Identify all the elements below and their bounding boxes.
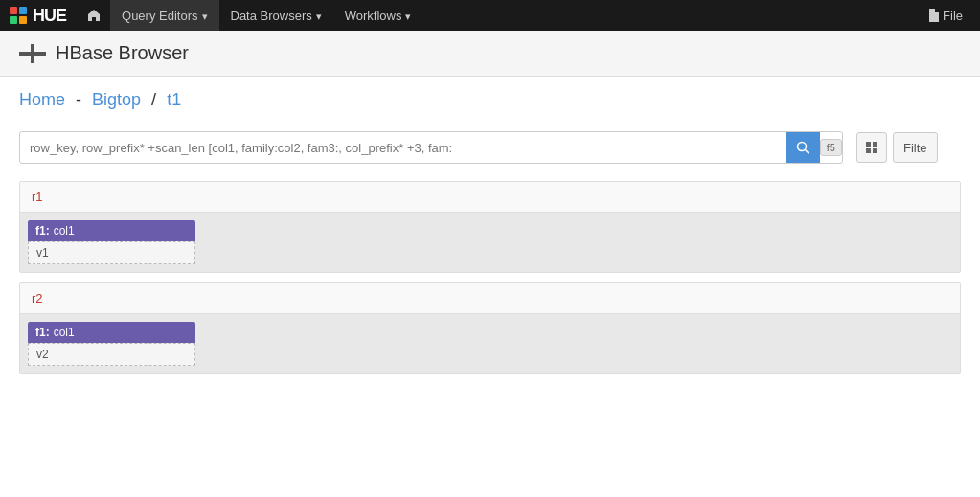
file-icon	[927, 9, 939, 22]
svg-rect-1	[19, 7, 27, 14]
svg-rect-6	[31, 44, 34, 63]
svg-rect-3	[19, 16, 27, 24]
hue-logo[interactable]: HUE	[8, 5, 66, 26]
cell-column: col1	[54, 326, 75, 339]
svg-rect-10	[873, 142, 877, 147]
svg-rect-11	[866, 148, 871, 153]
grid-icon	[865, 141, 878, 154]
result-row-key: r2	[20, 283, 960, 314]
search-icon	[796, 141, 809, 154]
breadcrumb-t1: t1	[167, 90, 181, 109]
nav-data-browsers-label: Data Browsers	[231, 9, 312, 23]
shortcut-badge: f5	[820, 139, 842, 156]
nav-data-browsers[interactable]: Data Browsers	[219, 0, 333, 31]
result-row-body: f1:col1v2	[20, 314, 960, 373]
home-nav-item[interactable]	[78, 0, 110, 31]
svg-rect-12	[873, 148, 877, 153]
cell-header: f1:col1	[28, 322, 195, 343]
filter-label: Filte	[903, 141, 927, 155]
search-bar: f5 Filte	[0, 124, 980, 171]
result-row-group: r2f1:col1v2	[19, 282, 961, 374]
grid-view-button[interactable]	[856, 132, 887, 163]
svg-rect-4	[19, 52, 31, 56]
search-input-wrap: f5	[19, 131, 843, 164]
page-title: HBase Browser	[56, 42, 189, 64]
nav-query-editors[interactable]: Query Editors	[110, 0, 218, 31]
navbar-right: File	[918, 0, 972, 31]
cell-value: v2	[28, 343, 195, 366]
nav-data-browsers-chevron	[316, 9, 322, 23]
result-row-group: r1f1:col1v1	[19, 181, 961, 273]
result-row-key: r1	[20, 182, 960, 213]
svg-rect-0	[10, 7, 17, 14]
brand-text: HUE	[33, 6, 66, 26]
cell-family: f1:	[35, 224, 50, 237]
search-button[interactable]	[786, 132, 820, 163]
nav-workflows-chevron	[405, 9, 411, 23]
nav-query-editors-chevron	[202, 9, 208, 23]
nav-workflows[interactable]: Workflows	[333, 0, 423, 31]
search-input[interactable]	[20, 135, 786, 161]
svg-rect-2	[10, 16, 17, 24]
file-button[interactable]: File	[918, 0, 972, 31]
navbar: HUE Query Editors Data Browsers Workflow…	[0, 0, 980, 31]
breadcrumb-sep-2: /	[151, 90, 156, 109]
breadcrumb-bigtop[interactable]: Bigtop	[92, 90, 141, 109]
svg-line-8	[805, 150, 809, 154]
cell-wrap: f1:col1v2	[28, 322, 195, 366]
page-header: HBase Browser	[0, 31, 980, 77]
cell-family: f1:	[35, 326, 50, 339]
svg-rect-9	[866, 142, 871, 147]
breadcrumb: Home - Bigtop / t1	[19, 90, 961, 110]
nav-workflows-label: Workflows	[345, 9, 402, 23]
result-row-body: f1:col1v1	[20, 213, 960, 272]
cell-column: col1	[54, 224, 75, 237]
brand: HUE	[8, 5, 66, 26]
cell-value: v1	[28, 241, 195, 264]
hbase-icon	[19, 44, 46, 63]
results-area: r1f1:col1v1r2f1:col1v2	[0, 171, 980, 394]
filter-button[interactable]: Filte	[893, 132, 938, 163]
nav-query-editors-label: Query Editors	[122, 9, 197, 23]
breadcrumb-bar: Home - Bigtop / t1	[0, 77, 980, 124]
breadcrumb-home[interactable]: Home	[19, 90, 65, 109]
cell-header: f1:col1	[28, 220, 195, 241]
cell-wrap: f1:col1v1	[28, 220, 195, 264]
logo-icon	[8, 5, 29, 26]
breadcrumb-sep-1: -	[76, 90, 81, 109]
svg-rect-5	[34, 52, 46, 56]
